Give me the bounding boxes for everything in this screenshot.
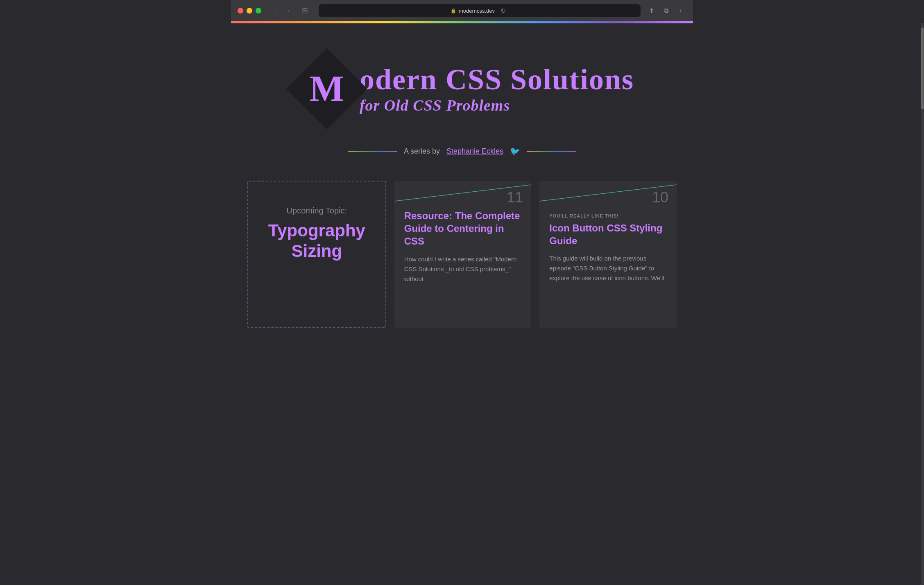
upcoming-label: Upcoming Topic: xyxy=(260,206,373,215)
share-button[interactable]: ⬆ xyxy=(645,5,657,16)
card-number-11: 11 xyxy=(507,189,523,206)
card-excerpt-10: This guide will build on the previous ep… xyxy=(549,254,667,283)
logo-diamond: M xyxy=(290,48,364,130)
upcoming-content: Upcoming Topic: Typography Sizing xyxy=(248,181,385,274)
card-article-11[interactable]: 11 Resource: The Complete Guide to Cente… xyxy=(394,181,532,328)
title-main: odern CSS Solutions xyxy=(360,63,634,96)
title-main-text: odern CSS Solutions xyxy=(360,63,634,96)
browser-chrome: ‹ › ⊞ 🔒 moderncss.dev ↻ ⬆ ⧉ ＋ xyxy=(231,0,693,21)
card-title-11: Resource: The Complete Guide to Centerin… xyxy=(404,209,522,248)
card-title-10: Icon Button CSS Styling Guide xyxy=(549,222,667,247)
card-upcoming[interactable]: Upcoming Topic: Typography Sizing xyxy=(247,181,386,328)
author-line-left-decoration xyxy=(348,151,397,152)
minimize-button[interactable] xyxy=(247,8,252,14)
card-badge-10: YOU'LL REALLY LIKE THIS! xyxy=(549,213,667,218)
main-content: M odern CSS Solutions for Old CSS Proble… xyxy=(231,23,693,585)
hero-logo-area: M odern CSS Solutions for Old CSS Proble… xyxy=(290,48,634,130)
twitter-icon[interactable]: 🐦 xyxy=(510,146,520,156)
address-bar[interactable]: 🔒 moderncss.dev ↻ xyxy=(319,4,641,17)
author-line: A series by Stephanie Eckles 🐦 xyxy=(348,146,576,156)
tab-view-button[interactable]: ⧉ xyxy=(660,5,672,16)
reload-button[interactable]: ↻ xyxy=(497,5,509,16)
card-number-10: 10 xyxy=(652,189,668,206)
browser-actions: ⬆ ⧉ ＋ xyxy=(645,5,686,16)
logo-letter: M xyxy=(309,70,344,107)
traffic-lights xyxy=(238,8,261,14)
hero-section: M odern CSS Solutions for Old CSS Proble… xyxy=(239,48,685,156)
card-excerpt-11: How could I write a series called "Moder… xyxy=(404,254,522,284)
sidebar-toggle-button[interactable]: ⊞ xyxy=(299,5,310,16)
browser-nav: ‹ › xyxy=(270,5,294,16)
url-text: moderncss.dev xyxy=(459,8,495,14)
author-line-right-decoration xyxy=(527,151,576,152)
cards-section: Upcoming Topic: Typography Sizing 11 Res… xyxy=(239,181,685,328)
card-article-10[interactable]: 10 YOU'LL REALLY LIKE THIS! Icon Button … xyxy=(539,181,677,328)
author-link[interactable]: Stephanie Eckles xyxy=(446,147,503,156)
title-sub: for Old CSS Problems xyxy=(360,96,634,114)
card-content-10: YOU'LL REALLY LIKE THIS! Icon Button CSS… xyxy=(539,197,677,293)
author-prefix: A series by xyxy=(404,147,440,156)
forward-button[interactable]: › xyxy=(283,5,294,16)
new-tab-button[interactable]: ＋ xyxy=(675,5,686,16)
back-button[interactable]: ‹ xyxy=(270,5,281,16)
card-content-11: Resource: The Complete Guide to Centerin… xyxy=(394,197,532,294)
title-text: odern CSS Solutions for Old CSS Problems xyxy=(360,63,634,114)
upcoming-title: Typography Sizing xyxy=(260,220,373,262)
close-button[interactable] xyxy=(238,8,243,14)
lock-icon: 🔒 xyxy=(451,8,456,14)
maximize-button[interactable] xyxy=(256,8,261,14)
